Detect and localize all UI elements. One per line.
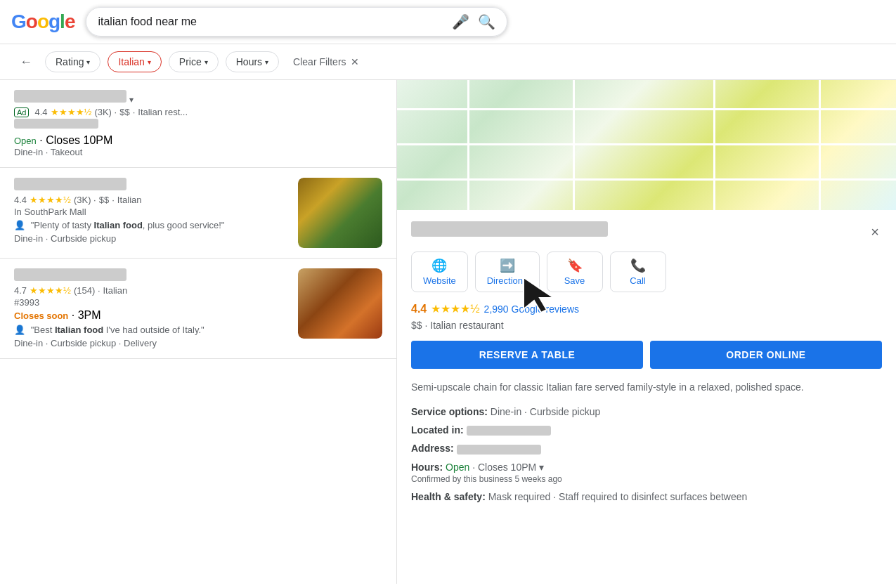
chevron-down-icon: ▾	[86, 58, 90, 66]
health-safety: Health & safety: Mask required · Staff r…	[411, 491, 882, 502]
action-buttons: 🌐 Website ➡️ Directions 🔖 Save 📞 Call	[411, 251, 882, 292]
review-text: 👤 "Best Italian food I've had outside of…	[14, 325, 290, 335]
website-button[interactable]: 🌐 Website	[411, 251, 468, 292]
filter-price[interactable]: Price ▾	[169, 51, 219, 72]
phone-icon: 📞	[630, 258, 646, 273]
reviews-link[interactable]: 2,990 Google reviews	[484, 303, 579, 315]
call-button[interactable]: 📞 Call	[610, 251, 666, 292]
service-tags: Dine-in · Takeout	[14, 147, 382, 157]
star-rating: ★★★★½	[30, 285, 71, 296]
result-name	[14, 178, 290, 193]
chevron-down-icon: ▾	[148, 58, 151, 66]
result-image	[298, 178, 382, 248]
map-area	[397, 80, 896, 210]
open-status: Open	[14, 136, 37, 146]
header: Google 🎤 🔍	[0, 0, 896, 44]
google-logo: Google	[11, 11, 74, 33]
search-input[interactable]	[98, 15, 452, 28]
filter-hours[interactable]: Hours ▾	[226, 51, 279, 72]
result-text: 4.7 ★★★★½ (154) · Italian #3993 Closes s…	[14, 268, 290, 348]
result-name	[14, 268, 290, 284]
detail-category: $$ · Italian restaurant	[411, 320, 882, 331]
hours-dropdown[interactable]: ▾	[539, 462, 544, 473]
map-placeholder	[397, 80, 896, 210]
main-content: ▾ Ad 4.4 ★★★★½ (3K) · $$ · Italian rest.…	[0, 80, 896, 584]
detail-rating: 4.4 ★★★★½ 2,990 Google reviews	[411, 302, 882, 315]
result-item[interactable]: ▾ Ad 4.4 ★★★★½ (3K) · $$ · Italian rest.…	[0, 80, 396, 168]
closes-soon: Closes soon	[14, 311, 68, 321]
service-tags: Dine-in · Curbside pickup · Delivery	[14, 338, 290, 348]
filter-rating[interactable]: Rating ▾	[45, 51, 100, 72]
review-text: 👤 "Plenty of tasty Italian food, plus go…	[14, 220, 290, 230]
clear-filters-button[interactable]: Clear Filters ✕	[286, 52, 365, 72]
address-section: Address:	[411, 443, 882, 454]
bookmark-icon: 🔖	[567, 258, 583, 273]
located-in-blurred	[467, 426, 551, 436]
service-options: Service options: Dine-in · Curbside pick…	[411, 406, 882, 417]
left-panel: ▾ Ad 4.4 ★★★★½ (3K) · $$ · Italian rest.…	[0, 80, 397, 584]
save-button[interactable]: 🔖 Save	[547, 251, 603, 292]
location-tag: In SouthPark Mall	[14, 207, 290, 217]
chevron-down-icon: ▾	[129, 95, 134, 105]
star-rating: ★★★★½	[51, 107, 92, 117]
address-blurred	[457, 445, 541, 455]
result-text: 4.4 ★★★★½ (3K) · $$ · Italian In SouthPa…	[14, 178, 290, 248]
result-meta: Ad 4.4 ★★★★½ (3K) · $$ · Italian rest...	[14, 107, 382, 117]
detail-title-blurred	[411, 221, 608, 237]
chevron-down-icon: ▾	[204, 58, 208, 66]
ad-badge: Ad	[14, 107, 29, 117]
star-rating: ★★★★½	[431, 302, 479, 315]
filter-italian[interactable]: Italian ▾	[108, 51, 161, 72]
directions-icon: ➡️	[500, 258, 515, 273]
reserve-table-button[interactable]: RESERVE A TABLE	[411, 341, 643, 369]
hours-section: Hours: Open · Closes 10PM ▾ Confirmed by…	[411, 462, 882, 484]
detail-panel: × 🌐 Website ➡️ Directions 🔖 Save 📞	[397, 210, 896, 521]
service-tags: Dine-in · Curbside pickup	[14, 233, 290, 244]
result-item[interactable]: 4.4 ★★★★½ (3K) · $$ · Italian In SouthPa…	[0, 168, 396, 259]
directions-button[interactable]: ➡️ Directions	[475, 251, 540, 292]
user-icon: 👤	[14, 220, 25, 230]
hours-confirmed: Confirmed by this business 5 weeks ago	[411, 474, 562, 484]
food-photo	[298, 178, 382, 248]
mic-icon[interactable]: 🎤	[452, 13, 469, 30]
result-meta: 4.7 ★★★★½ (154) · Italian	[14, 285, 290, 296]
food-photo	[298, 268, 382, 339]
result-image	[298, 268, 382, 339]
result-item[interactable]: 4.7 ★★★★½ (154) · Italian #3993 Closes s…	[0, 259, 396, 359]
back-button[interactable]: ←	[14, 52, 38, 72]
search-bar: 🎤 🔍	[86, 7, 507, 37]
located-in: Located in:	[411, 424, 882, 436]
chevron-down-icon: ▾	[265, 58, 268, 66]
close-button[interactable]: ×	[868, 221, 882, 243]
user-icon: 👤	[14, 325, 25, 335]
search-button[interactable]: 🔍	[478, 13, 495, 30]
detail-header: ×	[411, 221, 882, 243]
address-blurred	[14, 119, 98, 129]
suite-tag: #3993	[14, 297, 290, 308]
order-online-button[interactable]: ORDER ONLINE	[650, 341, 882, 369]
result-name: ▾	[14, 90, 382, 105]
filter-bar: ← Rating ▾ Italian ▾ Price ▾ Hours ▾ Cle…	[0, 44, 896, 80]
star-rating: ★★★★½	[30, 195, 71, 205]
search-icons: 🎤 🔍	[452, 13, 495, 30]
rating-number: 4.4	[411, 303, 427, 315]
close-icon: ✕	[351, 56, 359, 67]
cta-buttons: RESERVE A TABLE ORDER ONLINE	[411, 341, 882, 369]
globe-icon: 🌐	[431, 258, 447, 273]
result-meta: 4.4 ★★★★½ (3K) · $$ · Italian	[14, 195, 290, 205]
description: Semi-upscale chain for classic Italian f…	[411, 380, 882, 395]
right-panel: × 🌐 Website ➡️ Directions 🔖 Save 📞	[397, 80, 896, 584]
